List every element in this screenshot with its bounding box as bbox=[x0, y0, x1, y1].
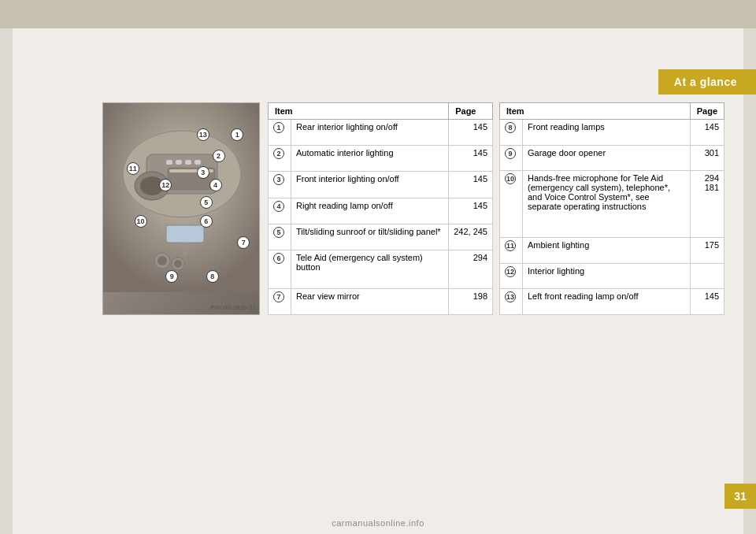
row-item: Tele Aid (emergency call system) button bbox=[291, 250, 449, 288]
row-item: Hands-free microphone for Tele Aid (emer… bbox=[523, 171, 691, 238]
table-row: 5 Tilt/sliding sunroof or tilt/sliding p… bbox=[269, 224, 493, 250]
table-right-page-header: Page bbox=[690, 103, 724, 120]
row-page: 145 bbox=[449, 172, 493, 198]
row-num: 4 bbox=[269, 198, 291, 224]
svg-rect-11 bbox=[166, 225, 204, 243]
row-page: 145 bbox=[449, 120, 493, 146]
row-num: 7 bbox=[269, 288, 291, 314]
row-page: 175 bbox=[690, 238, 724, 264]
svg-point-17 bbox=[174, 260, 182, 268]
table-row: 4 Right reading lamp on/off 145 bbox=[269, 198, 493, 224]
car-interior-graphic: 1 2 3 4 5 6 7 8 9 10 11 12 13 bbox=[103, 103, 259, 314]
svg-rect-13 bbox=[183, 243, 187, 255]
row-num: 3 bbox=[269, 172, 291, 198]
bubble-7: 7 bbox=[237, 236, 250, 249]
left-band bbox=[0, 0, 13, 534]
image-caption: P82.00-2439-31 bbox=[211, 304, 256, 311]
row-item: Front reading lamps bbox=[523, 120, 691, 146]
row-item: Rear view mirror bbox=[291, 288, 449, 314]
table-row: 11 Ambient lighting 175 bbox=[500, 238, 724, 264]
row-item: Ambient lighting bbox=[523, 238, 691, 264]
table-row: 9 Garage door opener 301 bbox=[500, 145, 724, 171]
row-num: 6 bbox=[269, 250, 291, 288]
row-item: Right reading lamp on/off bbox=[291, 198, 449, 224]
table-row: 8 Front reading lamps 145 bbox=[500, 120, 724, 146]
row-page: 145 bbox=[690, 120, 724, 146]
row-num: 11 bbox=[500, 238, 523, 264]
table-row: 1 Rear interior lighting on/off 145 bbox=[269, 120, 493, 146]
bubble-6: 6 bbox=[200, 215, 213, 228]
table-row: 3 Front interior lighting on/off 145 bbox=[269, 172, 493, 198]
table-right: Item Page 8 Front reading lamps 145 9 Ga… bbox=[499, 102, 724, 315]
row-page: 145 bbox=[690, 289, 724, 315]
row-item: Front interior lighting on/off bbox=[291, 172, 449, 198]
table-row: 7 Rear view mirror 198 bbox=[269, 288, 493, 314]
interior-image: 1 2 3 4 5 6 7 8 9 10 11 12 13 P82.00-243… bbox=[102, 102, 260, 315]
row-num: 9 bbox=[500, 145, 523, 171]
row-item: Interior lighting bbox=[523, 263, 691, 289]
row-page: 145 bbox=[449, 198, 493, 224]
table-left-page-header: Page bbox=[449, 103, 493, 120]
row-page bbox=[690, 263, 724, 289]
row-item: Automatic interior lighting bbox=[291, 146, 449, 172]
bubble-4: 4 bbox=[209, 179, 222, 191]
row-page: 145 bbox=[449, 146, 493, 172]
header-bar bbox=[0, 0, 756, 28]
table-right-item-header: Item bbox=[500, 103, 691, 120]
svg-rect-8 bbox=[195, 160, 201, 165]
row-item: Rear interior lighting on/off bbox=[291, 120, 449, 146]
bubble-5: 5 bbox=[200, 196, 213, 209]
table-left-item-header: Item bbox=[269, 103, 449, 120]
row-num: 5 bbox=[269, 224, 291, 250]
svg-rect-5 bbox=[166, 160, 172, 165]
page-title: At a glance bbox=[658, 69, 756, 95]
row-page: 294181 bbox=[690, 171, 724, 238]
table-row: 10 Hands-free microphone for Tele Aid (e… bbox=[500, 171, 724, 238]
row-num: 8 bbox=[500, 120, 523, 146]
bubble-9: 9 bbox=[165, 270, 178, 283]
row-num: 2 bbox=[269, 146, 291, 172]
row-num: 1 bbox=[269, 120, 291, 146]
bubble-13: 13 bbox=[197, 128, 209, 141]
bubble-2: 2 bbox=[213, 150, 225, 162]
svg-rect-6 bbox=[176, 160, 182, 165]
table-row: 2 Automatic interior lighting 145 bbox=[269, 146, 493, 172]
row-page: 198 bbox=[449, 288, 493, 314]
page-number: 31 bbox=[724, 484, 756, 509]
row-item: Tilt/sliding sunroof or tilt/sliding pan… bbox=[291, 224, 449, 250]
tables-area: Item Page 1 Rear interior lighting on/of… bbox=[268, 102, 724, 315]
bubble-8: 8 bbox=[206, 270, 219, 283]
bubble-10: 10 bbox=[135, 215, 147, 228]
table-row: 13 Left front reading lamp on/off 145 bbox=[500, 289, 724, 315]
table-left: Item Page 1 Rear interior lighting on/of… bbox=[268, 102, 493, 315]
svg-point-15 bbox=[158, 256, 167, 265]
row-page: 301 bbox=[690, 145, 724, 171]
row-page: 242, 245 bbox=[449, 224, 493, 250]
watermark: carmanualsonline.info bbox=[0, 518, 756, 528]
table-row: 12 Interior lighting bbox=[500, 263, 724, 289]
bubble-11: 11 bbox=[127, 162, 139, 175]
main-content: 1 2 3 4 5 6 7 8 9 10 11 12 13 P82.00-243… bbox=[102, 102, 724, 315]
svg-rect-7 bbox=[185, 160, 191, 165]
row-num: 10 bbox=[500, 171, 523, 238]
row-page: 294 bbox=[449, 250, 493, 288]
row-item: Garage door opener bbox=[523, 145, 691, 171]
row-item: Left front reading lamp on/off bbox=[523, 289, 691, 315]
row-num: 13 bbox=[500, 289, 523, 315]
table-row: 6 Tele Aid (emergency call system) butto… bbox=[269, 250, 493, 288]
row-num: 12 bbox=[500, 263, 523, 289]
